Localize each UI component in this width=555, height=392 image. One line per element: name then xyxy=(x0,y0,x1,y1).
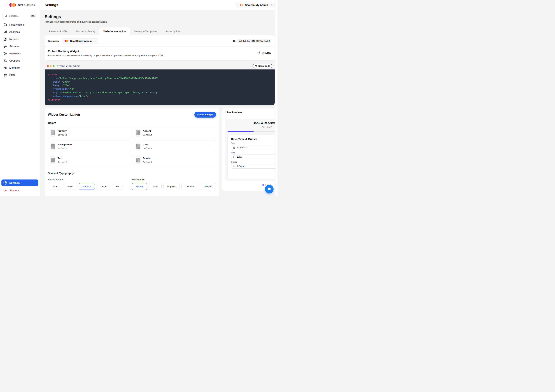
booking-section-title: Date, Time & Guests xyxy=(231,138,278,141)
brand-name: SPACLOUDY xyxy=(18,3,35,7)
booking-input-date[interactable]: 2026-02-17 xyxy=(231,145,278,150)
font-family-options: SystemInterPoppinsDM SansPlayfair xyxy=(132,183,216,190)
sidebar-item-settings[interactable]: Settings xyxy=(1,180,38,186)
color-card-accent[interactable]: AccentDefault xyxy=(133,127,216,139)
tab-subscription[interactable]: Subscription xyxy=(161,28,184,35)
font-option-playfair[interactable]: Playfair xyxy=(201,183,216,190)
radius-option-none[interactable]: None xyxy=(48,183,61,190)
color-swatch[interactable] xyxy=(50,142,55,151)
font-option-dm-sans[interactable]: DM Sans xyxy=(182,183,199,190)
sidebar-item-members[interactable]: Members xyxy=(1,65,38,71)
ticket-icon xyxy=(3,59,7,62)
search-box[interactable]: ⌘K xyxy=(2,13,37,19)
business-id: ID: 696d9a2974bf50e0902c52d3 xyxy=(233,39,271,43)
sidebar-item-sign-out[interactable]: Sign out xyxy=(1,187,38,194)
booking-title: Book a Reservation xyxy=(228,121,278,125)
sidebar-item-label: POS xyxy=(9,73,15,76)
color-card-text: PrimaryDefault xyxy=(58,130,67,136)
color-value: Default xyxy=(58,134,67,136)
color-card-primary[interactable]: PrimaryDefault xyxy=(48,127,131,139)
code-line: height="700" xyxy=(48,84,272,87)
chat-widget-button[interactable] xyxy=(265,185,274,194)
color-name: Border xyxy=(143,157,152,160)
radius-option-large[interactable]: Large xyxy=(96,183,110,190)
booking-input-time[interactable]: 10:00 xyxy=(231,154,278,159)
color-card-text: BackgroundDefault xyxy=(58,143,72,150)
tab-personal-profile[interactable]: Personal Profile xyxy=(45,28,71,35)
radius-option-small[interactable]: Small xyxy=(63,183,77,190)
font-option-poppins[interactable]: Poppins xyxy=(163,183,180,190)
embed-title: Embed Booking Widget xyxy=(48,50,165,53)
sidebar-item-pos[interactable]: POS xyxy=(1,72,38,79)
color-card-text: CardDefault xyxy=(143,143,152,150)
preview-button[interactable]: Preview xyxy=(255,50,271,54)
color-card-border[interactable]: BorderDefault xyxy=(133,154,216,166)
checker-swatch-icon xyxy=(136,144,140,149)
code-editor[interactable]: <iframe src="https://app.spacloudy.com/b… xyxy=(45,69,275,105)
business-select[interactable]: Spa Cloudy Admin xyxy=(62,38,98,44)
hamburger-menu-icon[interactable] xyxy=(3,3,7,7)
users-icon xyxy=(3,66,7,70)
save-changes-button[interactable]: Save Changes xyxy=(194,112,216,117)
tab-message-templates[interactable]: Message Templates xyxy=(130,28,161,35)
booking-input-guests[interactable]: 1 Guest xyxy=(231,164,278,168)
color-card-background[interactable]: BackgroundDefault xyxy=(48,141,131,152)
copy-code-button[interactable]: Copy Code xyxy=(253,64,272,68)
color-card-card[interactable]: CardDefault xyxy=(133,141,216,152)
sidebar-item-coupons[interactable]: Coupons xyxy=(1,57,38,64)
gear-icon xyxy=(3,181,7,185)
code-line: style="border-radius: 12px; box-shadow: … xyxy=(48,91,272,94)
bar-chart-icon xyxy=(3,30,7,34)
booking-field-date: Date2026-02-17 xyxy=(231,142,278,150)
live-preview-body: Book a Reservation Step 1 of 3 Date, Tim… xyxy=(222,116,278,191)
color-swatch[interactable] xyxy=(136,142,140,151)
chat-bubble-icon xyxy=(267,187,271,191)
color-card-text[interactable]: TextDefault xyxy=(48,154,131,166)
search-input[interactable] xyxy=(9,15,28,17)
sidebar-nav: ReservationsAnalyticsReportsServicesExpe… xyxy=(0,20,40,80)
brand-logo xyxy=(9,3,16,7)
color-swatch[interactable] xyxy=(50,156,55,164)
color-swatch[interactable] xyxy=(136,129,140,137)
chevron-down-icon xyxy=(270,4,272,6)
tab-business-identity[interactable]: Business Identity xyxy=(71,28,99,35)
sidebar-item-services[interactable]: Services xyxy=(1,43,38,50)
sidebar-item-analytics[interactable]: Analytics xyxy=(1,29,38,35)
booking-field-value: 10:00 xyxy=(237,156,242,158)
code-line: frameborder="0" xyxy=(48,87,272,91)
sidebar-item-reservations[interactable]: Reservations xyxy=(1,21,38,28)
clock-icon xyxy=(233,156,235,158)
color-value: Default xyxy=(143,147,152,150)
code-filename: iframe-widget.html xyxy=(57,65,80,67)
color-swatch[interactable] xyxy=(136,156,140,164)
code-line: </iframe> xyxy=(48,98,272,102)
radius-option-medium[interactable]: Medium xyxy=(79,183,95,190)
customization-header: Widget Customization Save Changes xyxy=(48,112,216,117)
preview-dot-1[interactable] xyxy=(263,184,264,186)
dollar-circle-icon xyxy=(3,52,7,55)
sidebar-item-expenses[interactable]: Expenses xyxy=(1,50,38,57)
preview-dot-2[interactable] xyxy=(265,184,266,186)
scrollbar-track[interactable] xyxy=(275,0,278,196)
font-option-system[interactable]: System xyxy=(132,183,147,190)
radius-option-pill[interactable]: Pill xyxy=(112,183,123,190)
color-value: Default xyxy=(143,161,152,164)
sidebar-item-reports[interactable]: Reports xyxy=(1,36,38,43)
booking-field-guests: Guests1 Guest xyxy=(231,161,278,168)
preview-label: Preview xyxy=(262,51,271,54)
sidebar-item-label: Sign out xyxy=(9,189,19,192)
tab-website-integration[interactable]: Website Integration xyxy=(99,28,130,35)
sidebar-item-label: Reports xyxy=(9,38,18,41)
search-icon xyxy=(5,14,7,17)
color-swatch[interactable] xyxy=(50,129,55,137)
embed-panel: Business: Spa Cloudy Admin ID: 696d9a297… xyxy=(45,35,275,60)
widget-customization-panel: Widget Customization Save Changes Colors… xyxy=(45,109,219,196)
color-card-text: AccentDefault xyxy=(143,130,152,136)
color-name: Accent xyxy=(143,130,152,132)
logout-icon xyxy=(3,189,7,192)
account-switcher-button[interactable]: Spa Cloudy Admin xyxy=(236,2,275,8)
font-option-inter[interactable]: Inter xyxy=(149,183,161,190)
color-name: Primary xyxy=(58,130,67,132)
account-logo xyxy=(239,4,243,6)
embed-text: Embed Booking Widget Allow clients to bo… xyxy=(48,50,165,57)
